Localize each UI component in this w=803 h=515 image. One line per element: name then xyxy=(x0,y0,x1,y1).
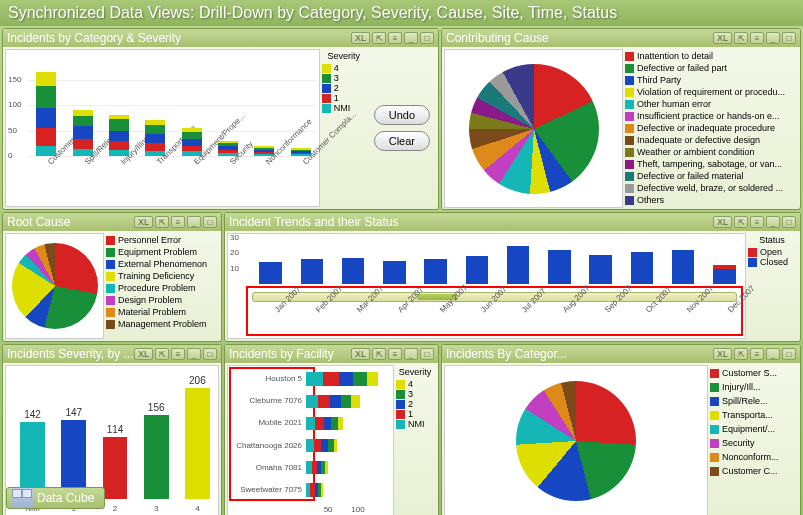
minimize-icon[interactable]: _ xyxy=(187,348,201,360)
clear-button[interactable]: Clear xyxy=(374,131,430,151)
legend-item[interactable]: Insufficient practice or hands-on e... xyxy=(625,111,796,122)
legend-item[interactable]: Nonconform... xyxy=(710,451,796,464)
menu-icon[interactable]: ≡ xyxy=(171,216,185,228)
legend-item[interactable]: Equipment Problem xyxy=(106,247,217,258)
menu-icon[interactable]: ≡ xyxy=(388,348,402,360)
legend-item[interactable]: Open xyxy=(748,247,796,257)
panel-xl-button[interactable]: XL xyxy=(713,32,732,44)
legend-swatch xyxy=(710,425,719,434)
minimize-icon[interactable]: _ xyxy=(404,32,418,44)
legend-item[interactable]: 4 xyxy=(322,63,366,73)
minimize-icon[interactable]: _ xyxy=(766,348,780,360)
minimize-icon[interactable]: _ xyxy=(187,216,201,228)
chart-category-severity[interactable]: 050100150Customer SiteSpill/ReleaseInjur… xyxy=(5,49,320,207)
legend-item[interactable]: Security xyxy=(710,437,796,450)
maximize-icon[interactable]: □ xyxy=(782,32,796,44)
legend-item[interactable]: Third Party xyxy=(625,75,796,86)
legend-label: 3 xyxy=(408,389,413,399)
legend-item[interactable]: 1 xyxy=(322,93,366,103)
chart-incidents-by-category[interactable] xyxy=(444,365,708,515)
legend-item[interactable]: 4 xyxy=(396,379,434,389)
legend-item[interactable]: Others xyxy=(625,195,796,206)
maximize-icon[interactable]: □ xyxy=(782,348,796,360)
legend-item[interactable]: Violation of requirement or procedu... xyxy=(625,87,796,98)
legend-item[interactable]: Design Problem xyxy=(106,295,217,306)
legend-item[interactable]: 3 xyxy=(396,389,434,399)
legend-item[interactable]: 2 xyxy=(396,399,434,409)
legend-swatch xyxy=(625,76,634,85)
legend-label: 1 xyxy=(334,93,339,103)
legend-item[interactable]: NMI xyxy=(322,103,366,113)
pin-icon[interactable]: ⇱ xyxy=(734,216,748,228)
undo-button[interactable]: Undo xyxy=(374,105,430,125)
legend-item[interactable]: Equipment/... xyxy=(710,423,796,436)
legend-item[interactable]: 3 xyxy=(322,73,366,83)
legend-item[interactable]: NMI xyxy=(396,419,434,429)
legend-item[interactable]: Management Problem xyxy=(106,319,217,330)
panel-xl-button[interactable]: XL xyxy=(134,216,153,228)
legend-swatch xyxy=(625,124,634,133)
legend-item[interactable]: Theft, tampering, sabotage, or van... xyxy=(625,159,796,170)
legend-item[interactable]: Spill/Rele... xyxy=(710,395,796,408)
legend-label: Inadequate or defective design xyxy=(637,135,760,146)
legend-label: Customer C... xyxy=(722,465,778,478)
panel-title: Root Cause xyxy=(7,215,134,229)
menu-icon[interactable]: ≡ xyxy=(750,32,764,44)
legend-label: Nonconform... xyxy=(722,451,779,464)
minimize-icon[interactable]: _ xyxy=(766,32,780,44)
legend-item[interactable]: 1 xyxy=(396,409,434,419)
chart-incident-trends[interactable]: 102030Jan 2007Feb 2007Mar 2007Apr 2007Ma… xyxy=(227,233,746,339)
chart-incidents-facility[interactable]: Houston 5Cleburne 7076Mobile 2021Chattan… xyxy=(227,365,394,515)
maximize-icon[interactable]: □ xyxy=(782,216,796,228)
panel-xl-button[interactable]: XL xyxy=(713,216,732,228)
legend-item[interactable]: External Phenomenon xyxy=(106,259,217,270)
legend-swatch xyxy=(106,296,115,305)
menu-icon[interactable]: ≡ xyxy=(750,348,764,360)
menu-icon[interactable]: ≡ xyxy=(750,216,764,228)
legend-item[interactable]: Defective or failed material xyxy=(625,171,796,182)
panel-xl-button[interactable]: XL xyxy=(351,32,370,44)
legend-swatch xyxy=(625,88,634,97)
panel-xl-button[interactable]: XL xyxy=(134,348,153,360)
pin-icon[interactable]: ⇱ xyxy=(155,348,169,360)
panel-xl-button[interactable]: XL xyxy=(351,348,370,360)
pin-icon[interactable]: ⇱ xyxy=(372,348,386,360)
legend-item[interactable]: Customer C... xyxy=(710,465,796,478)
maximize-icon[interactable]: □ xyxy=(420,32,434,44)
minimize-icon[interactable]: _ xyxy=(404,348,418,360)
minimize-icon[interactable]: _ xyxy=(766,216,780,228)
legend-item[interactable]: Personnel Error xyxy=(106,235,217,246)
legend-item[interactable]: Inadequate or defective design xyxy=(625,135,796,146)
legend-item[interactable]: Transporta... xyxy=(710,409,796,422)
menu-icon[interactable]: ≡ xyxy=(171,348,185,360)
chart-contributing-cause[interactable] xyxy=(444,49,623,208)
legend-swatch xyxy=(710,453,719,462)
legend-item[interactable]: Other human error xyxy=(625,99,796,110)
pin-icon[interactable]: ⇱ xyxy=(734,348,748,360)
legend-item[interactable]: Training Deficiency xyxy=(106,271,217,282)
pin-icon[interactable]: ⇱ xyxy=(372,32,386,44)
menu-icon[interactable]: ≡ xyxy=(388,32,402,44)
legend-swatch xyxy=(748,248,757,257)
legend-swatch xyxy=(322,64,331,73)
legend-item[interactable]: Injury/Ill... xyxy=(710,381,796,394)
legend-item[interactable]: Defective or failed part xyxy=(625,63,796,74)
panel-xl-button[interactable]: XL xyxy=(713,348,732,360)
legend-label: NMI xyxy=(408,419,425,429)
legend-item[interactable]: Defective weld, braze, or soldered ... xyxy=(625,183,796,194)
maximize-icon[interactable]: □ xyxy=(420,348,434,360)
legend-item[interactable]: Customer S... xyxy=(710,367,796,380)
legend-item[interactable]: Procedure Problem xyxy=(106,283,217,294)
legend-item[interactable]: Inattention to detail xyxy=(625,51,796,62)
data-cube-button[interactable]: Data Cube xyxy=(6,487,105,509)
legend-item[interactable]: 2 xyxy=(322,83,366,93)
maximize-icon[interactable]: □ xyxy=(203,348,217,360)
legend-item[interactable]: Material Problem xyxy=(106,307,217,318)
pin-icon[interactable]: ⇱ xyxy=(155,216,169,228)
legend-item[interactable]: Defective or inadequate procedure xyxy=(625,123,796,134)
pin-icon[interactable]: ⇱ xyxy=(734,32,748,44)
legend-item[interactable]: Weather or ambient condition xyxy=(625,147,796,158)
maximize-icon[interactable]: □ xyxy=(203,216,217,228)
chart-root-cause[interactable] xyxy=(5,233,104,339)
legend-item[interactable]: Closed xyxy=(748,257,796,267)
